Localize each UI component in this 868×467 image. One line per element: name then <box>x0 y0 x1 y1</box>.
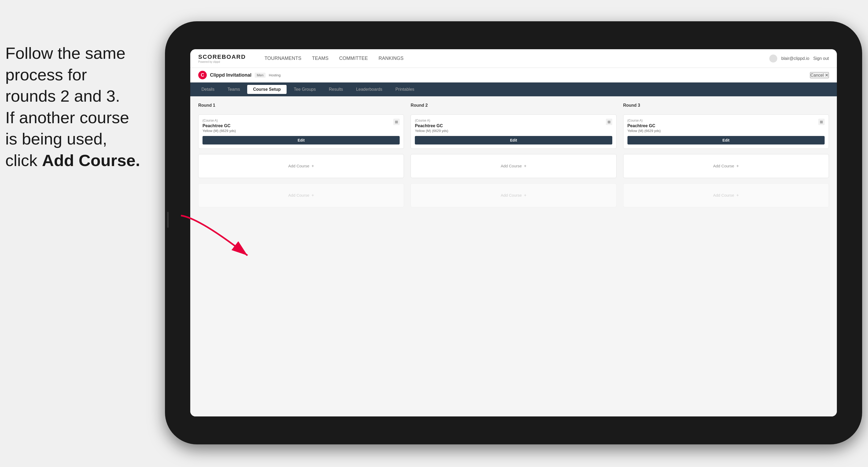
round-3-card-info: (Course A) Peachtree GC Yellow (M) (6629… <box>627 119 818 136</box>
tablet-button <box>167 212 169 228</box>
round-1-column: Round 1 (Course A) Peachtree GC Yellow (… <box>198 103 404 207</box>
round-1-edit-button[interactable]: Edit <box>203 136 400 145</box>
round-3-course-tag: (Course A) <box>627 119 818 122</box>
tab-printables[interactable]: Printables <box>390 85 420 94</box>
nav-committee[interactable]: COMMITTEE <box>339 56 368 61</box>
sub-header-left: C Clippd Invitational Men Hosting <box>198 71 280 79</box>
round-3-column: Round 3 (Course A) Peachtree GC Yellow (… <box>623 103 829 207</box>
round-3-add-course-active[interactable]: Add Course + <box>623 154 829 178</box>
brand-icon: C <box>198 71 207 79</box>
instruction-line3: rounds 2 and 3. <box>5 86 165 107</box>
round-3-add-course-text: Add Course + <box>713 164 739 168</box>
tablet-shell: SCOREBOARD Powered by clippd TOURNAMENTS… <box>165 21 862 444</box>
cancel-button[interactable]: Cancel ✕ <box>810 72 829 78</box>
round-2-course-tag: (Course A) <box>415 119 606 122</box>
user-avatar <box>769 55 777 63</box>
round-1-course-tee: Yellow (M) (6629 yds) <box>203 129 393 133</box>
instruction-line6: click Add Course. <box>5 150 165 172</box>
nav-right: blair@clippd.io Sign out <box>769 55 829 63</box>
round-2-course-card: (Course A) Peachtree GC Yellow (M) (6629… <box>411 115 616 149</box>
round-2-add-course-disabled-text: Add Course + <box>501 193 527 198</box>
round-2-label: Round 2 <box>411 103 616 108</box>
round-1-add-course-disabled-text: Add Course + <box>288 193 314 198</box>
logo-main: SCOREBOARD <box>198 54 246 60</box>
round-2-card-header: (Course A) Peachtree GC Yellow (M) (6629… <box>415 119 612 136</box>
round-1-add-course-disabled[interactable]: Add Course + <box>198 183 404 207</box>
round-2-course-name: Peachtree GC <box>415 123 606 128</box>
nav-rankings[interactable]: RANKINGS <box>379 56 404 61</box>
round-2-edit-button[interactable]: Edit <box>415 136 612 145</box>
logo-sub: Powered by clippd <box>198 60 246 63</box>
sub-header: C Clippd Invitational Men Hosting Cancel… <box>190 68 837 83</box>
tab-course-setup[interactable]: Course Setup <box>247 85 287 94</box>
round-3-card-header: (Course A) Peachtree GC Yellow (M) (6629… <box>627 119 825 136</box>
round-3-add-course-disabled[interactable]: Add Course + <box>623 183 829 207</box>
instruction-line4: If another course <box>5 107 165 128</box>
round-2-add-course-disabled[interactable]: Add Course + <box>411 183 616 207</box>
instruction-line2: process for <box>5 64 165 86</box>
round-3-edit-button[interactable]: Edit <box>627 136 825 145</box>
round-1-add-course-active[interactable]: Add Course + <box>198 154 404 178</box>
main-content: Round 1 (Course A) Peachtree GC Yellow (… <box>190 96 837 416</box>
round-3-delete-icon[interactable]: ⊠ <box>818 119 825 125</box>
instruction-bold: Add Course. <box>42 151 140 169</box>
user-email: blair@clippd.io <box>781 56 809 61</box>
round-3-course-card: (Course A) Peachtree GC Yellow (M) (6629… <box>623 115 829 149</box>
instruction-line5: is being used, <box>5 128 165 150</box>
round-1-course-name: Peachtree GC <box>203 123 393 128</box>
tab-leaderboards[interactable]: Leaderboards <box>350 85 388 94</box>
round-1-delete-icon[interactable]: ⊠ <box>393 119 400 125</box>
rounds-grid: Round 1 (Course A) Peachtree GC Yellow (… <box>198 103 829 207</box>
tabs-bar: Details Teams Course Setup Tee Groups Re… <box>190 83 837 96</box>
round-3-label: Round 3 <box>623 103 829 108</box>
nav-tournaments[interactable]: TOURNAMENTS <box>265 56 302 61</box>
tab-results[interactable]: Results <box>323 85 349 94</box>
round-1-course-tag: (Course A) <box>203 119 393 122</box>
round-2-add-course-active[interactable]: Add Course + <box>411 154 616 178</box>
round-3-course-name: Peachtree GC <box>627 123 818 128</box>
instruction-line1: Follow the same <box>5 42 165 64</box>
event-title: Clippd Invitational <box>210 72 251 78</box>
nav-teams[interactable]: TEAMS <box>312 56 329 61</box>
tab-teams[interactable]: Teams <box>222 85 246 94</box>
round-1-label: Round 1 <box>198 103 404 108</box>
round-2-column: Round 2 (Course A) Peachtree GC Yellow (… <box>411 103 616 207</box>
instruction-text: Follow the same process for rounds 2 and… <box>5 42 165 172</box>
nav-links: TOURNAMENTS TEAMS COMMITTEE RANKINGS <box>265 56 756 61</box>
tab-details[interactable]: Details <box>195 85 220 94</box>
top-nav: SCOREBOARD Powered by clippd TOURNAMENTS… <box>190 49 837 68</box>
round-1-course-card: (Course A) Peachtree GC Yellow (M) (6629… <box>198 115 404 149</box>
round-2-delete-icon[interactable]: ⊠ <box>606 119 612 125</box>
event-gender-badge: Men <box>255 73 266 78</box>
round-3-course-tee: Yellow (M) (6629 yds) <box>627 129 818 133</box>
round-1-card-header: (Course A) Peachtree GC Yellow (M) (6629… <box>203 119 400 136</box>
round-2-add-course-text: Add Course + <box>501 164 527 168</box>
tablet-screen: SCOREBOARD Powered by clippd TOURNAMENTS… <box>190 49 837 416</box>
hosting-badge: Hosting <box>269 73 280 77</box>
round-1-card-info: (Course A) Peachtree GC Yellow (M) (6629… <box>203 119 393 136</box>
sign-out-link[interactable]: Sign out <box>813 56 829 61</box>
round-2-card-info: (Course A) Peachtree GC Yellow (M) (6629… <box>415 119 606 136</box>
scoreboard-logo: SCOREBOARD Powered by clippd <box>198 54 246 63</box>
tab-tee-groups[interactable]: Tee Groups <box>288 85 322 94</box>
round-1-add-course-text: Add Course + <box>288 164 314 168</box>
round-3-add-course-disabled-text: Add Course + <box>713 193 739 198</box>
round-2-course-tee: Yellow (M) (6629 yds) <box>415 129 606 133</box>
